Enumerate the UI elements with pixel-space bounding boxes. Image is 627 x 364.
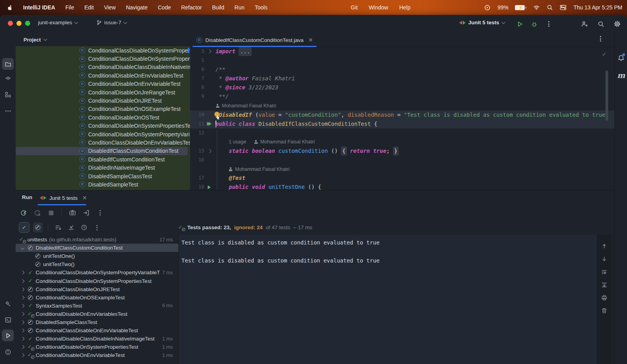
- code-lines[interactable]: 3import ...56/**7 * @author Faisal Khatr…: [190, 47, 614, 190]
- sort-by-duration-icon[interactable]: [53, 223, 63, 232]
- test-tree-item[interactable]: ConditionalClassDisableOnEnvVariableTest: [16, 326, 178, 335]
- author-hint[interactable]: Mohammad Faisal Khatri: [222, 103, 276, 109]
- project-toolwindow-button[interactable]: [2, 58, 14, 70]
- test-tree-item[interactable]: unitTestOne(): [16, 252, 178, 260]
- code-line[interactable]: 16: [190, 156, 614, 165]
- project-tree-item[interactable]: CDisabledIfCustomConditionTest: [16, 155, 190, 163]
- project-tree-item[interactable]: CConditionalDisableOnSystemPropertyVari: [16, 130, 190, 138]
- test-tree-item[interactable]: ✓ConditionalDisableOnEnvVariablesTest: [16, 310, 178, 318]
- project-tree-item[interactable]: CConditionalDisableOnJRETest: [16, 96, 190, 105]
- structure-toolwindow-button[interactable]: [2, 89, 14, 100]
- code-line[interactable]: 12: [190, 129, 614, 138]
- editor-tab[interactable]: C DisabledIfClassCustomConditionTest.jav…: [191, 33, 318, 47]
- window-close-button[interactable]: [8, 21, 13, 26]
- code-with-me-add-user-icon[interactable]: [580, 19, 589, 29]
- author-hint[interactable]: Mohammad Faisal Khatri: [260, 139, 315, 145]
- soft-wrap-icon[interactable]: [600, 268, 609, 276]
- filter-toolbar-kebab-icon[interactable]: [92, 223, 101, 232]
- print-icon[interactable]: [600, 293, 609, 302]
- project-tree-item[interactable]: CConditionalClassDisableOnSystemPropert: [16, 54, 190, 63]
- menu-app-name[interactable]: IntelliJ IDEA: [23, 4, 55, 11]
- usages-hint[interactable]: 1 usage: [229, 139, 246, 145]
- project-tree-item[interactable]: CConditionalDisableOnEnvVariablesTest: [16, 71, 190, 80]
- chevron-right-icon[interactable]: [21, 304, 25, 308]
- close-tab-icon[interactable]: ✕: [82, 195, 87, 201]
- window-minimize-button[interactable]: [16, 21, 22, 26]
- chevron-right-icon[interactable]: [21, 271, 25, 275]
- chevron-right-icon[interactable]: [21, 279, 25, 283]
- close-tab-icon[interactable]: ✕: [308, 37, 313, 43]
- test-tree-item[interactable]: unitTestTwo(): [16, 260, 178, 268]
- project-tree-item[interactable]: CConditionalDisableOnSystemPropertiesTe: [16, 122, 190, 130]
- author-hint[interactable]: Mohammad Faisal Khatri: [235, 167, 290, 172]
- rerun-failed-button[interactable]: [33, 208, 42, 217]
- project-tree-item[interactable]: CConditionClassDisableOnEnvVariablesTes: [16, 138, 190, 147]
- debug-button[interactable]: [529, 19, 539, 29]
- scroll-to-source-icon[interactable]: [66, 223, 76, 232]
- window-zoom-button[interactable]: [25, 21, 30, 26]
- test-tree-item[interactable]: ✓ConditionalDisableOnEnvVariableTest1 ms: [16, 351, 178, 359]
- code-line[interactable]: 17 @Test: [190, 174, 614, 183]
- project-tree-item[interactable]: CDisabledSampleTest: [16, 180, 190, 188]
- import-test-results-icon[interactable]: [82, 208, 91, 217]
- project-tree[interactable]: CConditionalClassDisableOnSystemPropertC…: [16, 46, 190, 190]
- project-tree-item[interactable]: CDisabledInNativeImageTest: [16, 163, 190, 172]
- code-line[interactable]: 18 public void unitTestOne () {: [190, 183, 614, 190]
- project-panel-header[interactable]: Project: [16, 33, 190, 46]
- wifi-icon[interactable]: [533, 4, 540, 11]
- project-tree-item[interactable]: CConditionalDisableClassDisableInNativeI…: [16, 63, 190, 71]
- project-selector[interactable]: junit-examples: [38, 20, 78, 25]
- show-ignored-toggle[interactable]: [33, 223, 43, 232]
- chevron-right-icon[interactable]: [21, 329, 25, 333]
- maven-toolwindow-button[interactable]: m: [616, 70, 627, 81]
- scroll-up-icon[interactable]: [600, 242, 609, 250]
- run-toolbar-kebab-icon[interactable]: [95, 208, 105, 217]
- show-passed-toggle[interactable]: ✓: [19, 222, 29, 233]
- test-tree-item[interactable]: ConditionalDisableOnOSExampleTest: [16, 293, 178, 302]
- menu-git[interactable]: Git: [351, 4, 358, 11]
- scroll-down-icon[interactable]: [600, 255, 609, 263]
- notifications-button[interactable]: [616, 53, 627, 63]
- test-tree-item[interactable]: ✓ConditionalDisableClassDisableInNativeI…: [16, 335, 178, 343]
- project-tree-item[interactable]: CConditionalDisableOnEnvVariableTest: [16, 80, 190, 88]
- branch-selector[interactable]: issue-7: [96, 20, 127, 25]
- menu-refactor[interactable]: Refactor: [181, 4, 202, 11]
- clear-all-trash-icon[interactable]: [600, 306, 609, 315]
- inspections-ok-icon[interactable]: ✓: [602, 51, 607, 57]
- code-line[interactable]: 5: [190, 56, 614, 65]
- test-tree-item[interactable]: ✓ConditionalClassDisableOnSystemProperti…: [16, 277, 178, 285]
- chevron-right-icon[interactable]: [21, 345, 25, 349]
- build-toolwindow-button[interactable]: [2, 298, 14, 310]
- terminal-toolwindow-button[interactable]: [2, 314, 14, 326]
- menu-help[interactable]: Help: [399, 4, 411, 11]
- run-line-icon[interactable]: [208, 185, 211, 189]
- more-actions-kebab-icon[interactable]: [544, 19, 553, 29]
- menubar-clock[interactable]: Thu 13 Apr 5:25 PM: [573, 4, 622, 11]
- menu-build[interactable]: Build: [212, 4, 224, 11]
- chevron-right-icon[interactable]: [21, 321, 25, 324]
- code-line[interactable]: 3import ...: [190, 47, 614, 56]
- commit-toolwindow-button[interactable]: [2, 72, 14, 84]
- editor-tabbar-kebab-icon[interactable]: [600, 36, 601, 42]
- test-output-console[interactable]: Test class is disabled as custom conditi…: [179, 235, 600, 364]
- run-tab[interactable]: Junit 5 tests ✕: [37, 190, 90, 205]
- chevron-right-icon[interactable]: [21, 295, 25, 299]
- project-tree-item[interactable]: CConditionalClassDisableOnSystemPropert: [16, 46, 190, 54]
- project-tree-item[interactable]: CDisabledIfClassCustomConditionTest: [16, 147, 188, 155]
- test-results-tree[interactable]: ✓unittests(io.github.mfaisalkhatri.tests…: [16, 235, 179, 364]
- project-tree-item[interactable]: CConditionalDisableOnJreRangeTest: [16, 88, 190, 96]
- menu-view[interactable]: View: [104, 4, 116, 11]
- code-line[interactable]: 7 * @author Faisal Khatri: [190, 74, 614, 83]
- test-tree-item[interactable]: ✓ConditionalDisableOnSystemPropertiesTes…: [16, 343, 178, 351]
- menu-edit[interactable]: Edit: [84, 4, 94, 11]
- project-tree-item[interactable]: CConditionalDisableOnOSExampleTest: [16, 105, 190, 113]
- run-button[interactable]: [515, 19, 524, 29]
- code-line[interactable]: 11public class DisabledIfClassCustomCond…: [190, 120, 614, 129]
- fold-chevron-icon[interactable]: [207, 149, 211, 153]
- test-tree-item[interactable]: ConditionalClassDisableOnJRETest: [16, 285, 178, 293]
- apple-menu-icon[interactable]: [6, 4, 13, 11]
- vcs-toolwindow-button[interactable]: [2, 362, 14, 364]
- project-tree-item[interactable]: CDisabledSampleClassTest: [16, 172, 190, 180]
- project-tree-item[interactable]: CConditionalDisableOnOSTest: [16, 113, 190, 121]
- code-line[interactable]: 9 **/: [190, 92, 614, 101]
